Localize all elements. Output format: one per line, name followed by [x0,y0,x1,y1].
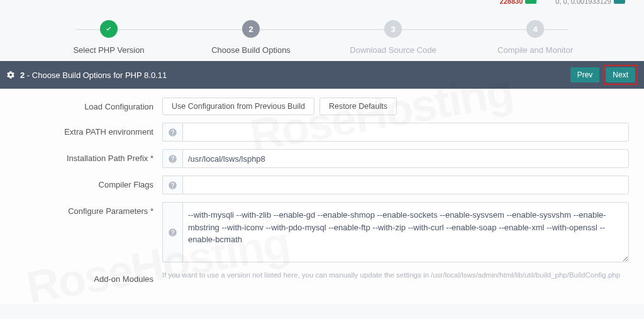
load-config-label: Load Configuration [15,98,153,111]
help-icon[interactable] [162,123,182,142]
wizard-steps: Select PHP Version 2 Choose Build Option… [0,3,644,61]
wizard-step-4-label: Compile and Monitor [464,45,606,55]
configure-params-label: Configure Parameters * [15,202,153,216]
compiler-flags-label: Compiler Flags [15,176,153,189]
restore-defaults-button[interactable]: Restore Defaults [319,98,397,115]
use-prev-build-button[interactable]: Use Configuration from Previous Build [162,98,314,115]
addon-modules-hint: If you want to use a version not listed … [162,270,620,280]
panel-step-num: 2 [20,70,25,80]
build-options-form: Load Configuration Use Configuration fro… [0,89,644,304]
wizard-step-4: 4 Compile and Monitor [464,20,606,55]
panel-title: Choose Build Options for PHP 8.0.11 [32,70,167,80]
wizard-step-3-label: Download Source Code [322,45,464,55]
panel-header: 2 - Choose Build Options for PHP 8.0.11 … [0,61,644,89]
install-prefix-input[interactable] [182,149,629,168]
help-icon[interactable] [162,176,182,194]
wizard-step-2-dot: 2 [242,20,260,38]
check-icon [100,20,118,38]
next-button[interactable]: Next [606,67,635,82]
wizard-step-3-dot: 3 [384,20,402,38]
wizard-step-4-dot: 4 [526,20,544,38]
compiler-flags-input[interactable] [182,176,629,194]
help-icon[interactable] [162,149,182,168]
next-highlight-box: Next [603,65,638,85]
prev-button[interactable]: Prev [570,67,600,82]
extra-path-input[interactable] [182,123,629,142]
addon-modules-label: Add-on Modules [15,270,153,284]
wizard-step-1[interactable]: Select PHP Version [38,20,180,55]
install-prefix-label: Installation Path Prefix * [15,149,153,163]
wizard-step-2-label: Choose Build Options [180,45,322,55]
extra-path-label: Extra PATH environment [15,123,153,137]
configure-params-input[interactable] [182,202,629,262]
help-icon[interactable] [162,202,182,262]
wizard-step-3: 3 Download Source Code [322,20,464,55]
wizard-step-2[interactable]: 2 Choose Build Options [180,20,322,55]
wizard-step-1-label: Select PHP Version [38,45,180,55]
gear-icon [6,70,15,79]
